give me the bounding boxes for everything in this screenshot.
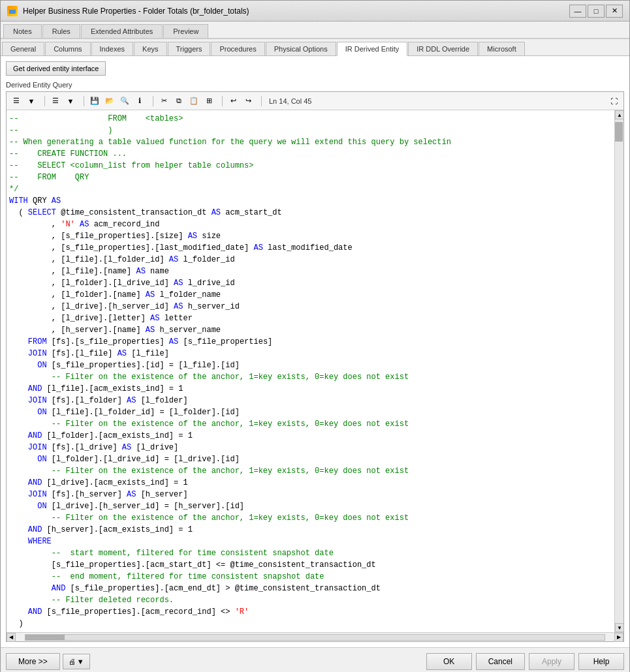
code-line-36: AND [h_server].[acm_exists_ind] = 1	[9, 525, 193, 534]
help-button[interactable]: Help	[578, 653, 624, 670]
code-line-7: */	[9, 185, 18, 194]
info-btn[interactable]: ℹ	[133, 95, 147, 108]
print-button[interactable]: 🖨 ▼	[63, 654, 90, 669]
format-btn[interactable]: ⊞	[202, 95, 216, 108]
scroll-left-btn[interactable]: ◀	[7, 633, 16, 642]
code-line-6: -- FROM QRY	[9, 173, 89, 182]
code-line-24: AND [l_file].[acm_exists_ind] = 1	[9, 384, 183, 393]
toolbar-menu-btn[interactable]: ☰	[9, 95, 24, 108]
code-editor[interactable]: -- FROM <tables> -- ) -- When generating…	[7, 110, 614, 632]
window-title: Helper Business Rule Properties - Folder…	[23, 7, 249, 16]
editor-container: ☰ ▼ ☰ ▼ 💾 📂 🔍 ℹ ✂ ⧉	[6, 91, 624, 642]
tab-preview[interactable]: Preview	[163, 24, 208, 38]
editor-toolbar: ☰ ▼ ☰ ▼ 💾 📂 🔍 ℹ ✂ ⧉	[7, 92, 623, 110]
code-line-40: -- end moment, filtered for time consist…	[9, 572, 324, 581]
tab-columns[interactable]: Columns	[45, 42, 90, 55]
code-line-5: -- SELECT <column_list from helper table…	[9, 161, 253, 170]
h-scroll-track[interactable]	[25, 634, 605, 641]
code-line-33: JOIN [fs].[h_server] AS [h_server]	[9, 490, 188, 499]
apply-button[interactable]: Apply	[529, 653, 575, 670]
minimize-button[interactable]: —	[569, 5, 586, 18]
scroll-down-btn[interactable]: ▼	[615, 623, 623, 632]
paste-btn[interactable]: 📋	[187, 95, 201, 108]
code-line-42: -- Filter deleted records.	[9, 596, 174, 605]
code-line-28: AND [l_folder].[acm_exists_ind] = 1	[9, 431, 193, 440]
copy-btn[interactable]: ⧉	[172, 95, 186, 108]
toolbar-undo-group: ↩ ↪	[226, 95, 255, 108]
redo-btn[interactable]: ↪	[241, 95, 255, 108]
top-tabs-container: Notes Rules Extended Attributes Preview	[1, 22, 629, 38]
footer: More >> 🖨 ▼ OK Cancel Apply Help	[1, 647, 629, 672]
undo-btn[interactable]: ↩	[226, 95, 240, 108]
code-line-44: )	[9, 619, 24, 628]
footer-left: More >> 🖨 ▼	[6, 653, 90, 670]
code-line-22: ON [s_file_properties].[id] = [l_file].[…	[9, 361, 240, 370]
bottom-tabs-container: General Columns Indexes Keys Triggers Pr…	[1, 38, 629, 55]
code-line-15: , [l_folder].[l_drive_id] AS l_drive_id	[9, 279, 235, 288]
tab-indexes[interactable]: Indexes	[91, 42, 134, 55]
printer-icon: 🖨	[69, 658, 76, 665]
magnify-btn[interactable]: 🔍	[118, 95, 132, 108]
scroll-right-btn[interactable]: ▶	[614, 633, 623, 642]
print-dropdown-icon: ▼	[77, 658, 84, 665]
more-button[interactable]: More >>	[6, 653, 60, 670]
close-button[interactable]: ✕	[606, 5, 623, 18]
toolbar-right: ⛶	[606, 95, 621, 108]
main-window: Helper Business Rule Properties - Folder…	[0, 0, 630, 672]
tab-general[interactable]: General	[2, 42, 44, 55]
scroll-up-btn[interactable]: ▲	[615, 110, 623, 119]
toolbar-edit-group: ✂ ⧉ 📋 ⊞	[157, 95, 216, 108]
code-line-26: ON [l_file].[l_folder_id] = [l_folder].[…	[9, 408, 240, 417]
scroll-track[interactable]	[615, 119, 623, 623]
tab-procedures[interactable]: Procedures	[211, 42, 264, 55]
toolbar-sep-5	[261, 96, 262, 106]
code-line-34: ON [l_drive].[h_server_id] = [h_server].…	[9, 502, 244, 511]
code-line-4: -- CREATE FUNCTION ...	[9, 149, 127, 159]
code-line-32: AND [l_drive].[acm_exists_ind] = 1	[9, 478, 188, 487]
get-derived-entity-button[interactable]: Get derived entity interface	[6, 61, 106, 76]
code-line-35: -- Filter on the existence of the anchor…	[9, 513, 409, 523]
toolbar-dropdown-btn[interactable]: ▼	[24, 95, 39, 108]
tab-row-bottom: General Columns Indexes Keys Triggers Pr…	[1, 38, 629, 56]
tab-ir-ddl-override[interactable]: IR DDL Override	[408, 42, 478, 55]
save-btn[interactable]: 💾	[87, 95, 102, 108]
code-line-17: , [l_drive].[h_server_id] AS h_server_id	[9, 302, 240, 311]
code-line-19: , [h_server].[name] AS h_server_name	[9, 326, 221, 335]
code-line-30: ON [l_folder].[l_drive_id] = [l_drive].[…	[9, 455, 240, 464]
code-line-23: -- Filter on the existence of the anchor…	[9, 373, 409, 382]
code-scroll-area[interactable]: -- FROM <tables> -- ) -- When generating…	[7, 110, 614, 632]
h-scroll-thumb[interactable]	[25, 635, 65, 640]
code-line-41: AND [s_file_properties].[acm_end_dt] > @…	[9, 584, 381, 593]
code-line-13: , [l_file].[l_folder_id] AS l_folder_id	[9, 255, 235, 264]
expand-btn[interactable]: ⛶	[606, 95, 621, 108]
open-btn[interactable]: 📂	[102, 95, 117, 108]
tab-notes[interactable]: Notes	[3, 24, 42, 38]
cancel-button[interactable]: Cancel	[476, 653, 525, 670]
tab-keys[interactable]: Keys	[134, 42, 166, 55]
tab-extended-attributes[interactable]: Extended Attributes	[81, 24, 163, 38]
title-bar: Helper Business Rule Properties - Folder…	[1, 1, 629, 22]
app-icon	[7, 6, 18, 16]
code-line-29: JOIN [fs].[l_drive] AS [l_drive]	[9, 443, 178, 452]
ok-button[interactable]: OK	[426, 653, 472, 670]
tab-rules[interactable]: Rules	[42, 24, 80, 38]
toolbar-sep-2	[84, 96, 84, 106]
tab-triggers[interactable]: Triggers	[168, 42, 211, 55]
vertical-scrollbar[interactable]: ▲ ▼	[614, 110, 623, 632]
code-line-12: , [s_file_properties].[last_modified_dat…	[9, 243, 353, 252]
cut-btn[interactable]: ✂	[157, 95, 171, 108]
code-line-14: , [l_file].[name] AS name	[9, 267, 169, 276]
tab-ir-derived-entity[interactable]: IR Derived Entity	[337, 42, 408, 56]
toolbar-menu-btn-2[interactable]: ☰	[48, 95, 63, 108]
footer-right: OK Cancel Apply Help	[426, 653, 624, 670]
tab-microsoft[interactable]: Microsoft	[479, 42, 525, 55]
maximize-button[interactable]: □	[588, 5, 605, 18]
tab-physical-options[interactable]: Physical Options	[266, 42, 336, 55]
horizontal-scrollbar[interactable]: ◀ ▶	[7, 632, 623, 641]
section-label: Derived Entity Query	[6, 81, 624, 89]
toolbar-sep-1	[44, 96, 45, 106]
code-line-25: JOIN [fs].[l_folder] AS [l_folder]	[9, 396, 188, 405]
toolbar-dropdown-btn-2[interactable]: ▼	[63, 95, 78, 108]
window-controls: — □ ✕	[569, 5, 623, 18]
scroll-thumb[interactable]	[615, 122, 623, 142]
